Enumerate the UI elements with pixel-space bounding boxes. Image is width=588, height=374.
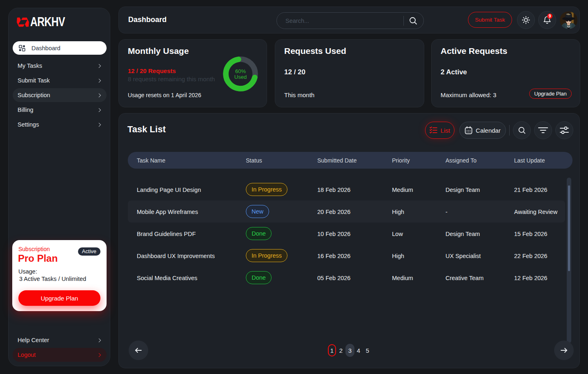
svg-text:Used: Used [234,74,247,80]
svg-text:60%: 60% [235,68,246,74]
